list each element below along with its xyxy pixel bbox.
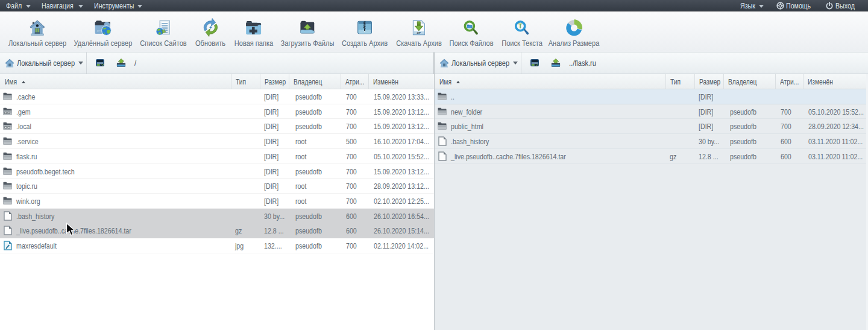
svg-text:T: T (518, 22, 523, 30)
svg-text:ZIP: ZIP (417, 31, 421, 34)
